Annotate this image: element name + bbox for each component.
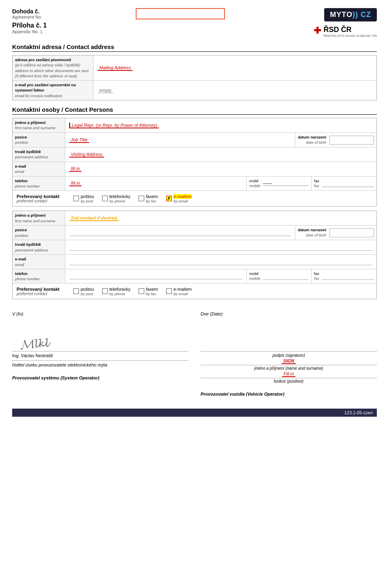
person2-email-option[interactable]: e-mailem by email bbox=[166, 287, 192, 296]
person1-post-checkbox[interactable] bbox=[73, 196, 79, 201]
person2-name-field: 2nd contact if desired bbox=[65, 211, 376, 225]
person2-fax-field[interactable] bbox=[322, 273, 374, 280]
person1-post-option[interactable]: poštou by post bbox=[73, 194, 94, 203]
person2-fax-checkbox[interactable] bbox=[139, 288, 144, 294]
person2-fax-col: fax fax bbox=[312, 269, 376, 283]
person2-name-label: jméno a příjmení first name and surname bbox=[13, 211, 65, 225]
person2-email-field[interactable] bbox=[65, 255, 376, 269]
sign-value: SIGN bbox=[201, 358, 377, 363]
person1-address-value: Visiting Address bbox=[69, 152, 104, 158]
system-operator-label: Provozovatel systému (System Operator) bbox=[12, 375, 188, 380]
person1-email-checkbox[interactable]: ✗ bbox=[166, 196, 172, 201]
agreement-number-field[interactable] bbox=[136, 8, 225, 19]
header-logos: MYTO)) CZ ✚ ŘSD ČR ŘEDITELSTVÍ SILNIC A … bbox=[314, 8, 377, 38]
person2-position-label: pozice position bbox=[13, 226, 65, 240]
person1-name-row: jméno a příjmení first name and surname … bbox=[13, 118, 376, 133]
signature-line bbox=[12, 351, 188, 352]
page-header: Dohoda č. Agreement No. Příloha č. 1 App… bbox=[12, 8, 377, 38]
position-label: funkce (position) bbox=[201, 379, 377, 383]
person2-address-field[interactable] bbox=[65, 240, 376, 254]
person2-phone-field[interactable] bbox=[65, 269, 247, 283]
person2-address-input[interactable] bbox=[69, 244, 372, 251]
right-sign-line2 bbox=[201, 365, 377, 365]
sign-label: podpis (signature) bbox=[201, 353, 377, 358]
person2-address-label: trvalé bydliště permanent address bbox=[13, 240, 65, 254]
person2-email-label: e-mail email bbox=[13, 255, 65, 269]
mailing-address-field: Mailing Address bbox=[94, 55, 376, 80]
person2-name-value: 2nd contact if desired bbox=[69, 215, 119, 221]
person2-email-checkbox[interactable] bbox=[166, 288, 172, 294]
right-signature-area bbox=[201, 319, 377, 351]
doc-number: 123.1-05-czen bbox=[344, 410, 373, 415]
appendix-label: Appendix No. 1 bbox=[12, 29, 47, 34]
mailing-address-value: Mailing Address bbox=[98, 65, 133, 71]
email-notification-value: empty bbox=[98, 88, 113, 93]
signature-image-area: 𝓜𝓵𝓴𝓵 bbox=[12, 319, 188, 351]
person1-fax-option[interactable]: faxem by fax bbox=[139, 194, 158, 203]
person1-position-value: Job Title bbox=[69, 137, 89, 143]
person1-position-label: pozice position bbox=[13, 133, 65, 147]
person1-email-value: fill in bbox=[69, 166, 81, 172]
mailing-address-row: adresa pro zasílání písemností (je-li od… bbox=[13, 55, 376, 81]
person2-phone-checkbox[interactable] bbox=[102, 288, 108, 294]
person2-mobile-label: mobil mobile bbox=[249, 271, 261, 281]
person2-mobile-field[interactable] bbox=[263, 273, 309, 280]
person2-phone-option[interactable]: telefonicky by phone bbox=[102, 287, 130, 296]
person2-phone-label: telefon phone number bbox=[13, 269, 65, 283]
person2-dob-label: datum narození date of birth bbox=[298, 228, 326, 238]
person2-post-checkbox[interactable] bbox=[73, 288, 79, 294]
person2-dob-col: datum narození date of birth bbox=[295, 226, 376, 240]
person2-address-row: trvalé bydliště permanent address bbox=[13, 240, 376, 255]
header-left: Dohoda č. Agreement No. Příloha č. 1 App… bbox=[12, 8, 47, 34]
person1-fax-field[interactable] bbox=[322, 180, 374, 187]
signature-section: V (In): 𝓜𝓵𝓴𝓵 Ing. Václav Nestrašil ředit… bbox=[12, 311, 377, 396]
person1-name-field: Legal Repr. (or Repr. by Power of Attorn… bbox=[65, 118, 376, 132]
person1-dob-col: datum narození date of birth bbox=[295, 133, 376, 147]
person1-dob-field[interactable] bbox=[329, 136, 374, 145]
person2-preferred-label: Preferovaný kontakt preferred contact bbox=[17, 287, 65, 296]
person2-section: jméno a příjmení first name and surname … bbox=[12, 211, 377, 299]
person2-position-input[interactable] bbox=[69, 230, 291, 236]
signatory-title: ředitel úseku provozovatele elektronické… bbox=[12, 362, 188, 367]
vehicle-operator-label: Provozovatel vozidla (Vehicle Operator) bbox=[201, 392, 377, 396]
person1-email-option[interactable]: ✗ e-mailem by email bbox=[166, 194, 192, 203]
person1-position-row: pozice position Job Title datum narození… bbox=[13, 133, 376, 147]
contact-persons-title: Kontaktní osoby / Contact Persons bbox=[12, 106, 377, 115]
person1-phone-field: fill in bbox=[65, 177, 247, 191]
person2-phone-row: telefon phone number mobil mobile fax fa… bbox=[13, 269, 376, 284]
person1-phone-option[interactable]: telefonicky by phone bbox=[102, 194, 130, 203]
agreement-number-input[interactable] bbox=[136, 8, 225, 19]
person1-address-row: trvalé bydliště permanent address Visiti… bbox=[13, 147, 376, 162]
person1-email-label: e-mail email bbox=[13, 162, 65, 176]
person2-position-field[interactable] bbox=[65, 226, 295, 240]
dohoda-label: Dohoda č. bbox=[12, 8, 47, 15]
name-label: jméno a příjmení (name and surname) bbox=[201, 366, 377, 371]
person2-mobile-col: mobil mobile bbox=[247, 269, 312, 283]
person1-phone-checkbox[interactable] bbox=[102, 196, 108, 201]
v-in-label: V (In): bbox=[12, 311, 188, 316]
mailing-label-col: adresa pro zasílání písemností (je-li od… bbox=[13, 55, 94, 80]
contact-address-title: Kontaktní adresa / Contact address bbox=[12, 43, 377, 52]
person1-phone-row: telefon phone number fill in mobil mobil… bbox=[13, 177, 376, 191]
person1-fax-checkbox[interactable] bbox=[139, 196, 144, 201]
person1-dob-label: datum narození date of birth bbox=[298, 135, 326, 145]
person1-section: jméno a příjmení first name and surname … bbox=[12, 118, 377, 207]
signatory-title-line bbox=[12, 360, 188, 361]
person2-phone-input[interactable] bbox=[69, 273, 242, 279]
person1-phone-label: telefon phone number bbox=[13, 177, 65, 191]
person1-address-field: Visiting Address bbox=[65, 147, 376, 162]
right-sign-line3 bbox=[201, 378, 377, 378]
person1-name-value: Legal Repr. (or Repr. by Power of Attorn… bbox=[69, 123, 159, 128]
person2-email-row: e-mail email bbox=[13, 255, 376, 269]
signature-glyph: 𝓜𝓵𝓴𝓵 bbox=[20, 335, 49, 353]
agreement-label: Agreement No. bbox=[12, 15, 47, 19]
person2-post-option[interactable]: poštou by post bbox=[73, 287, 94, 296]
dne-label: Dne (Date): bbox=[201, 311, 377, 316]
signature-left: V (In): 𝓜𝓵𝓴𝓵 Ing. Václav Nestrašil ředit… bbox=[12, 311, 188, 396]
person1-position-field: Job Title bbox=[65, 133, 295, 147]
person2-fax-option[interactable]: faxem by fax bbox=[139, 287, 158, 296]
person2-preferred-row: Preferovaný kontakt preferred contact po… bbox=[13, 283, 376, 299]
email-notification-field: empty bbox=[94, 81, 376, 100]
person2-email-input[interactable] bbox=[69, 259, 372, 265]
person2-dob-field[interactable] bbox=[329, 228, 374, 237]
